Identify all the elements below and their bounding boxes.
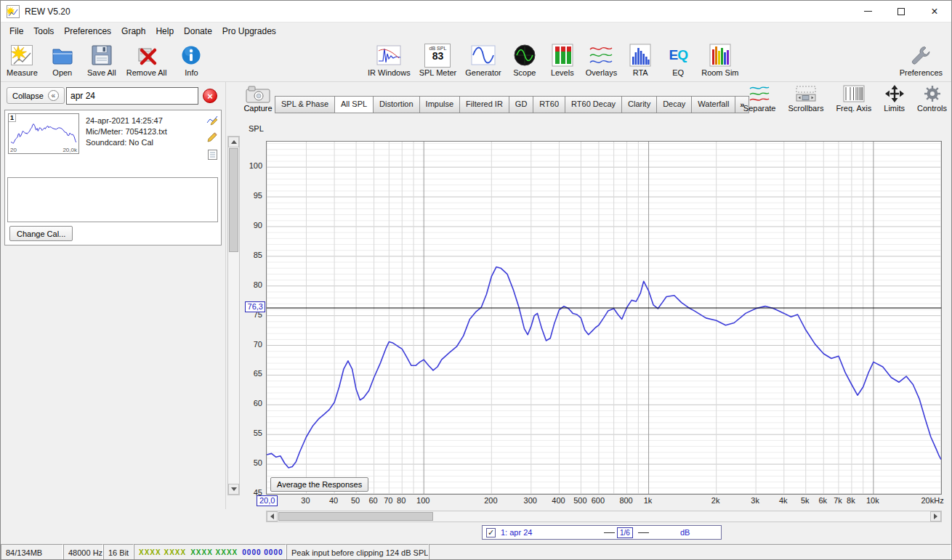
toolbar-scope-button[interactable]: Scope [510,42,539,77]
x-axis-tick-label: 8k [847,496,855,505]
spl-trace [267,267,941,468]
measurement-name-input[interactable] [66,87,198,105]
vertical-scrollbar[interactable] [227,136,240,495]
toolbar-spl-meter-button[interactable]: dB SPL83SPL Meter [419,42,457,77]
chart-plot-area[interactable] [266,141,942,495]
tab-clarity[interactable]: Clarity [621,96,657,113]
capture-button[interactable]: Capture [243,84,273,113]
toolbar-label: SPL Meter [419,68,457,77]
y-axis-labels: 4550556065707580859095100 [239,141,264,495]
delete-x-icon: × [207,92,213,101]
toolbar-rta-button[interactable]: RTA [626,42,655,77]
toolbar-ir-windows-button[interactable]: IR Windows [368,42,411,77]
menu-preferences[interactable]: Preferences [59,24,116,38]
x-axis-tick-label: 4k [779,496,788,505]
maximize-icon [897,8,905,15]
menu-donate[interactable]: Donate [179,24,217,38]
toolbar-label: EQ [672,68,684,77]
button-label: Separate [743,104,776,113]
x-axis-tick-label: 7k [834,496,842,505]
open-icon [51,42,74,68]
x-axis-tick-label: 40 [329,496,338,505]
levels-icon [552,42,573,68]
limits-button[interactable]: Limits [884,84,905,113]
scroll-down-button[interactable] [228,484,239,495]
close-button[interactable]: × [918,1,951,22]
toolbar-preferences-button[interactable]: Preferences [900,42,943,77]
toolbar-remove-all-button[interactable]: Remove All [126,42,167,77]
collapse-button[interactable]: Collapse « [7,87,65,104]
tab-rt60-decay[interactable]: RT60 Decay [565,96,622,113]
freq-axis-icon [843,84,865,104]
minimize-button[interactable] [851,1,884,22]
toolbar-label: Overlays [586,68,617,77]
tab-impulse[interactable]: Impulse [419,96,461,113]
rta-icon [629,42,651,68]
tab-spl-phase[interactable]: SPL & Phase [275,96,335,113]
toolbar-generator-button[interactable]: Generator [465,42,501,77]
scroll-left-button[interactable] [267,511,278,522]
tab-distortion[interactable]: Distortion [373,96,419,113]
scroll-up-button[interactable] [228,137,239,147]
notes-icon[interactable] [207,149,218,163]
input-clip-indicators: XXXX XXXX [139,548,186,556]
tab-rt60[interactable]: RT60 [533,96,565,113]
button-label: Controls [917,104,947,113]
delete-measurement-button[interactable]: × [203,89,217,103]
trace-checkbox[interactable]: ✓ [486,528,496,537]
x-axis-tick-label: 80 [397,496,406,505]
toolbar-room-sim-button[interactable]: Room Sim [701,42,738,77]
toolbar-levels-button[interactable]: Levels [548,42,577,77]
menu-help[interactable]: Help [150,24,179,38]
peak-input-message: Peak input before clipping 124 dB SPL [286,544,429,560]
measure-icon [10,42,33,68]
measurement-panel: 1 20 20,0k 24-apr-2021 14:25:47 Mic/Mete… [4,110,222,245]
maximize-button[interactable] [884,1,918,22]
x-axis-tick-label: 60 [368,496,377,505]
toolbar-measure-button[interactable]: Measure [7,42,38,77]
measurement-list-item[interactable]: 1 20 20,0k 24-apr-2021 14:25:47 Mic/Mete… [6,111,220,158]
tab-waterfall[interactable]: Waterfall [691,96,735,113]
menu-tools[interactable]: Tools [28,24,59,38]
menu-file[interactable]: File [4,24,28,38]
cursor-y-value: 76,3 [245,301,265,312]
smoothing-dash-right [638,532,649,533]
smoothing-control[interactable]: 1/6 [617,527,633,538]
measurement-thumbnail[interactable]: 1 20 20,0k [8,113,79,154]
toolbar-label: Open [52,68,72,77]
toolbar-overlays-button[interactable]: Overlays [586,42,617,77]
status-bar: 84/134MB 48000 Hz 16 Bit XXXX XXXX XXXX … [1,544,951,560]
trace-label[interactable]: 1: apr 24 [501,528,532,537]
menu-graph[interactable]: Graph [116,24,150,38]
notes-area[interactable] [7,177,218,222]
controls-button[interactable]: Controls [917,84,947,113]
thumbnail-min-freq: 20 [10,147,17,153]
tab-gd[interactable]: GD [509,96,534,113]
tab-decay[interactable]: Decay [656,96,692,113]
toolbar-open-button[interactable]: Open [48,42,77,77]
horizontal-scroll-thumb[interactable] [278,512,433,521]
freq-axis-button[interactable]: Freq. Axis [836,84,871,113]
y-axis-tick-label: 95 [239,191,264,200]
toolbar-info-button[interactable]: Info [177,42,206,77]
average-responses-button[interactable]: Average the Responses [270,477,368,492]
window-title: REW V5.20 [25,7,70,17]
toolbar-save-all-button[interactable]: Save All [87,42,116,77]
trace-style-icon[interactable] [206,114,218,129]
edit-pencil-icon[interactable] [206,131,218,146]
button-label: Freq. Axis [836,104,871,113]
toolbar-eq-button[interactable]: EQEQ [663,42,693,77]
tab-filtered-ir[interactable]: Filtered IR [459,96,509,113]
horizontal-scrollbar[interactable] [266,511,942,522]
scrollbars-button[interactable]: Scrollbars [788,84,823,113]
title-bar: REW V5.20 × [1,1,951,23]
scroll-right-button[interactable] [930,511,941,522]
x-axis-tick-label: 500 [573,496,586,505]
menu-pro-upgrades[interactable]: Pro Upgrades [217,24,281,38]
separate-button[interactable]: Separate [743,84,776,113]
x-axis-tick-label: 1k [644,496,653,505]
tab-all-spl[interactable]: All SPL [334,96,374,113]
change-cal-button[interactable]: Change Cal... [9,226,73,241]
vertical-scroll-thumb[interactable] [229,148,238,252]
x-axis-tick-label: 100 [416,496,429,505]
